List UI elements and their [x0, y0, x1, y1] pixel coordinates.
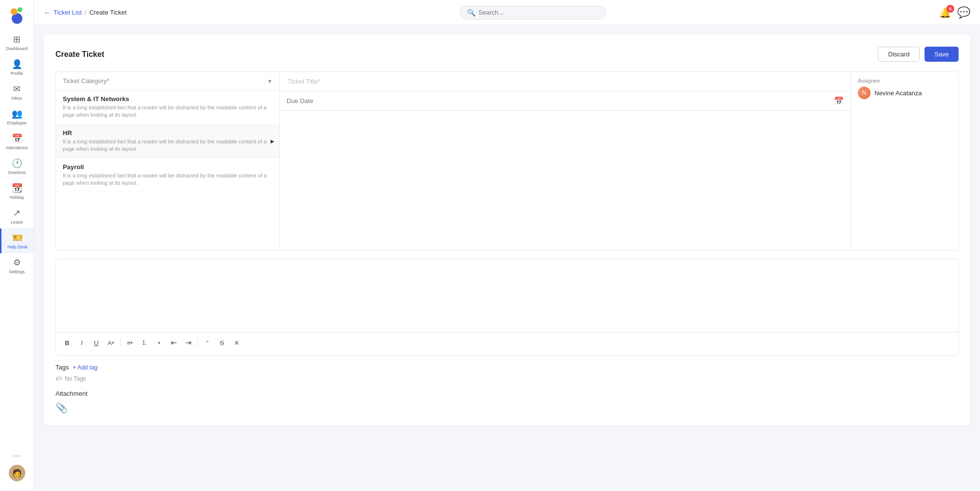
category-item-title: Payroll [63, 163, 272, 171]
editor-toolbar: B I U A▾ ≡▾ 1. • ⇤ ⇥ " S ✕ [56, 332, 958, 353]
header-actions: Discard Save [878, 47, 959, 62]
editor-content[interactable] [56, 259, 958, 332]
dropdown-arrow-icon: ▼ [267, 78, 272, 84]
back-button[interactable]: ← [44, 9, 51, 17]
sidebar-item-overtime[interactable]: 🕐 Overtime [0, 154, 34, 179]
discard-button[interactable]: Discard [878, 47, 920, 62]
sidebar-item-label: Help Desk [7, 245, 28, 249]
category-dropdown-header[interactable]: Ticket Category* ▼ [56, 72, 279, 90]
sidebar-item-helpdesk[interactable]: 🎫 Help Desk [0, 228, 34, 253]
notification-button[interactable]: 🔔 6 [939, 7, 951, 18]
category-item-desc: It is a long established fact that a rea… [63, 172, 272, 187]
no-tags-indicator: 🏷 No Tags [55, 375, 959, 382]
holiday-icon: 📆 [12, 183, 22, 193]
category-dropdown-list: System & IT Networks It is a long establ… [56, 90, 279, 192]
tags-header: Tags + Add tag [55, 364, 959, 371]
ticket-title-wrapper [280, 72, 851, 91]
main-content: ← Ticket List / Create Ticket 🔍 🔔 6 💬 Cr… [34, 0, 980, 491]
assignee-name: Nevine Acatanza [874, 89, 922, 97]
sidebar-item-label: Attendence [6, 145, 28, 150]
ticket-title-input[interactable] [280, 72, 851, 91]
bold-button[interactable]: B [61, 336, 73, 349]
settings-icon: ⚙ [13, 257, 21, 268]
add-tag-button[interactable]: + Add tag [73, 364, 97, 371]
user-avatar[interactable]: 🧑 [9, 465, 25, 481]
ordered-list-button[interactable]: 1. [138, 336, 151, 349]
svg-point-1 [11, 8, 18, 15]
attachment-icon[interactable]: 📎 [55, 403, 68, 413]
category-item-hr[interactable]: HR It is a long established fact that a … [56, 124, 279, 158]
sidebar-item-label: Inbox [11, 96, 22, 101]
chat-button[interactable]: 💬 [957, 6, 970, 19]
employee-icon: 👥 [12, 108, 22, 119]
assignee-avatar: N [858, 87, 871, 99]
tags-label: Tags [55, 364, 69, 371]
indent-button[interactable]: ⇥ [182, 336, 195, 349]
page-content: Create Ticket Discard Save Ticket Catego… [34, 25, 980, 491]
card-header: Create Ticket Discard Save [55, 47, 959, 62]
due-date-wrapper: 📅 [280, 91, 851, 111]
sidebar-item-attendence[interactable]: 📅 Attendence [0, 129, 34, 154]
underline-button[interactable]: U [90, 336, 103, 349]
dashboard-icon: ⊞ [13, 34, 20, 45]
category-placeholder: Ticket Category* [63, 77, 109, 85]
due-date-input[interactable] [287, 97, 830, 105]
sidebar-item-leave[interactable]: ↗ Leave [0, 204, 34, 228]
sidebar-item-label: Employee [7, 121, 26, 125]
italic-button[interactable]: I [75, 336, 88, 349]
profile-icon: 👤 [12, 59, 22, 70]
search-box[interactable]: 🔍 [460, 6, 606, 19]
submenu-arrow-icon: ▶ [271, 139, 274, 144]
page-title: Create Ticket [55, 50, 104, 59]
category-item-payroll[interactable]: Payroll It is a long established fact th… [56, 158, 279, 193]
sidebar-item-holiday[interactable]: 📆 Holiday [0, 179, 34, 204]
toolbar-separator-2 [198, 338, 198, 347]
align-button[interactable]: ≡▾ [124, 336, 136, 349]
middle-column: 📅 [280, 72, 851, 250]
sidebar-item-label: Profile [11, 71, 23, 76]
assignee-label: Assignee [858, 78, 951, 84]
category-column: Ticket Category* ▼ System & IT Networks … [56, 72, 280, 250]
assignee-column: Assignee N Nevine Acatanza [851, 72, 958, 250]
sidebar-item-profile[interactable]: 👤 Profile [0, 55, 34, 80]
breadcrumb-parent[interactable]: Ticket List [54, 9, 82, 16]
blockquote-button[interactable]: " [201, 336, 214, 349]
calendar-icon[interactable]: 📅 [834, 96, 844, 105]
sidebar-item-label: Settings [9, 269, 25, 274]
editor-area[interactable]: B I U A▾ ≡▾ 1. • ⇤ ⇥ " S ✕ [55, 259, 959, 356]
save-button[interactable]: Save [925, 47, 959, 62]
search-input[interactable] [478, 9, 599, 16]
font-color-button[interactable]: A▾ [105, 336, 117, 349]
create-ticket-card: Create Ticket Discard Save Ticket Catego… [44, 35, 970, 425]
app-logo [7, 5, 27, 26]
no-tags-label: No Tags [65, 375, 86, 382]
sidebar-item-label: Overtime [8, 170, 26, 175]
category-item-title: System & IT Networks [63, 95, 272, 103]
category-item-desc: It is a long established fact that a rea… [63, 138, 272, 153]
unordered-list-button[interactable]: • [153, 336, 165, 349]
inbox-icon: ✉ [13, 84, 20, 94]
sidebar-item-dashboard[interactable]: ⊞ Dashboard [0, 30, 34, 55]
svg-point-2 [18, 7, 22, 12]
category-item-desc: It is a long established fact that a rea… [63, 104, 272, 119]
attendence-icon: 📅 [12, 133, 22, 144]
dropdown-empty-space [56, 192, 279, 250]
outdent-button[interactable]: ⇤ [167, 336, 180, 349]
tags-section: Tags + Add tag 🏷 No Tags [55, 364, 959, 382]
sidebar-item-employee[interactable]: 👥 Employee [0, 105, 34, 129]
category-item-title: HR [63, 129, 272, 137]
strikethrough-button[interactable]: S [216, 336, 228, 349]
category-item-system[interactable]: System & IT Networks It is a long establ… [56, 90, 279, 124]
attachment-section: Attachment 📎 [55, 390, 959, 414]
search-icon: 🔍 [467, 9, 475, 17]
toolbar-separator-1 [120, 338, 121, 347]
sidebar: ⊞ Dashboard 👤 Profile ✉ Inbox 👥 Employee… [0, 0, 34, 491]
sidebar-item-inbox[interactable]: ✉ Inbox [0, 80, 34, 105]
tag-icon: 🏷 [55, 375, 62, 382]
breadcrumb-current: Create Ticket [90, 9, 127, 16]
grid-dots-button[interactable]: ⋯ [13, 450, 21, 461]
clear-format-button[interactable]: ✕ [230, 336, 243, 349]
breadcrumb-separator: / [85, 9, 87, 16]
topbar: ← Ticket List / Create Ticket 🔍 🔔 6 💬 [34, 0, 980, 25]
sidebar-item-settings[interactable]: ⚙ Settings [0, 253, 34, 278]
